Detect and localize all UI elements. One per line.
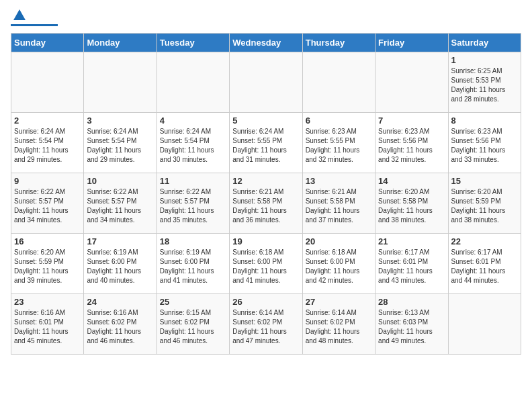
calendar-cell: 15Sunrise: 6:20 AM Sunset: 5:59 PM Dayli… <box>448 173 521 234</box>
logo-icon <box>12 8 27 23</box>
calendar-cell: 18Sunrise: 6:19 AM Sunset: 6:00 PM Dayli… <box>157 234 229 294</box>
calendar-cell: 4Sunrise: 6:24 AM Sunset: 5:54 PM Daylig… <box>157 113 229 173</box>
calendar-cell: 14Sunrise: 6:20 AM Sunset: 5:58 PM Dayli… <box>375 173 448 234</box>
day-number: 2 <box>14 116 81 126</box>
calendar-cell <box>11 52 84 113</box>
day-number: 8 <box>451 116 518 126</box>
calendar-cell: 3Sunrise: 6:24 AM Sunset: 5:54 PM Daylig… <box>84 113 157 173</box>
day-number: 24 <box>87 297 153 307</box>
header-row: SundayMondayTuesdayWednesdayThursdayFrid… <box>11 34 521 52</box>
day-number: 3 <box>87 116 153 126</box>
day-info: Sunrise: 6:21 AM Sunset: 5:58 PM Dayligh… <box>306 187 372 225</box>
week-row-2: 2Sunrise: 6:24 AM Sunset: 5:54 PM Daylig… <box>11 113 521 173</box>
calendar-cell: 16Sunrise: 6:20 AM Sunset: 5:59 PM Dayli… <box>11 234 84 294</box>
day-number: 21 <box>378 236 445 246</box>
day-info: Sunrise: 6:17 AM Sunset: 6:01 PM Dayligh… <box>378 248 445 285</box>
calendar-cell <box>302 52 375 113</box>
calendar-cell: 9Sunrise: 6:22 AM Sunset: 5:57 PM Daylig… <box>11 173 84 234</box>
day-info: Sunrise: 6:14 AM Sunset: 6:02 PM Dayligh… <box>232 308 299 346</box>
calendar-cell: 19Sunrise: 6:18 AM Sunset: 6:00 PM Dayli… <box>230 234 302 294</box>
header-day-sunday: Sunday <box>11 34 84 52</box>
day-info: Sunrise: 6:22 AM Sunset: 5:57 PM Dayligh… <box>87 187 153 225</box>
day-info: Sunrise: 6:24 AM Sunset: 5:54 PM Dayligh… <box>160 127 226 165</box>
calendar-cell <box>230 52 302 113</box>
day-info: Sunrise: 6:16 AM Sunset: 6:02 PM Dayligh… <box>87 308 153 346</box>
day-number: 15 <box>451 176 518 186</box>
day-number: 19 <box>232 236 299 246</box>
calendar-cell: 2Sunrise: 6:24 AM Sunset: 5:54 PM Daylig… <box>11 113 84 173</box>
calendar-cell: 5Sunrise: 6:24 AM Sunset: 5:55 PM Daylig… <box>230 113 302 173</box>
day-number: 27 <box>306 297 372 307</box>
day-number: 20 <box>306 236 372 246</box>
header-day-monday: Monday <box>84 34 157 52</box>
week-row-4: 16Sunrise: 6:20 AM Sunset: 5:59 PM Dayli… <box>11 234 521 294</box>
calendar-cell: 11Sunrise: 6:22 AM Sunset: 5:57 PM Dayli… <box>157 173 229 234</box>
calendar-cell: 26Sunrise: 6:14 AM Sunset: 6:02 PM Dayli… <box>230 294 302 355</box>
day-info: Sunrise: 6:20 AM Sunset: 5:58 PM Dayligh… <box>378 187 445 225</box>
day-info: Sunrise: 6:15 AM Sunset: 6:02 PM Dayligh… <box>160 308 226 346</box>
week-row-3: 9Sunrise: 6:22 AM Sunset: 5:57 PM Daylig… <box>11 173 521 234</box>
day-info: Sunrise: 6:24 AM Sunset: 5:55 PM Dayligh… <box>232 127 299 165</box>
calendar-table: SundayMondayTuesdayWednesdayThursdayFrid… <box>11 33 521 355</box>
day-info: Sunrise: 6:18 AM Sunset: 6:00 PM Dayligh… <box>306 248 372 285</box>
calendar-header: SundayMondayTuesdayWednesdayThursdayFrid… <box>11 34 521 52</box>
calendar-cell: 23Sunrise: 6:16 AM Sunset: 6:01 PM Dayli… <box>11 294 84 355</box>
day-info: Sunrise: 6:23 AM Sunset: 5:56 PM Dayligh… <box>378 127 445 165</box>
calendar-cell: 21Sunrise: 6:17 AM Sunset: 6:01 PM Dayli… <box>375 234 448 294</box>
calendar-cell: 12Sunrise: 6:21 AM Sunset: 5:58 PM Dayli… <box>230 173 302 234</box>
header-day-thursday: Thursday <box>302 34 375 52</box>
day-number: 14 <box>378 176 445 186</box>
header-day-wednesday: Wednesday <box>230 34 302 52</box>
calendar-body: 1Sunrise: 6:25 AM Sunset: 5:53 PM Daylig… <box>11 52 521 355</box>
day-info: Sunrise: 6:20 AM Sunset: 5:59 PM Dayligh… <box>451 187 518 225</box>
calendar-cell <box>157 52 229 113</box>
day-number: 18 <box>160 236 226 246</box>
calendar-cell <box>448 294 521 355</box>
day-number: 16 <box>14 236 81 246</box>
calendar-cell: 25Sunrise: 6:15 AM Sunset: 6:02 PM Dayli… <box>157 294 229 355</box>
calendar-cell: 8Sunrise: 6:23 AM Sunset: 5:56 PM Daylig… <box>448 113 521 173</box>
day-number: 28 <box>378 297 445 307</box>
day-number: 13 <box>306 176 372 186</box>
day-number: 12 <box>232 176 299 186</box>
day-number: 17 <box>87 236 153 246</box>
page-header <box>11 11 521 26</box>
day-info: Sunrise: 6:19 AM Sunset: 6:00 PM Dayligh… <box>87 248 153 285</box>
day-info: Sunrise: 6:17 AM Sunset: 6:01 PM Dayligh… <box>451 248 518 285</box>
calendar-cell <box>84 52 157 113</box>
week-row-1: 1Sunrise: 6:25 AM Sunset: 5:53 PM Daylig… <box>11 52 521 113</box>
day-info: Sunrise: 6:25 AM Sunset: 5:53 PM Dayligh… <box>451 66 518 104</box>
day-number: 11 <box>160 176 226 186</box>
calendar-cell <box>375 52 448 113</box>
day-number: 22 <box>451 236 518 246</box>
day-info: Sunrise: 6:22 AM Sunset: 5:57 PM Dayligh… <box>160 187 226 225</box>
day-number: 7 <box>378 116 445 126</box>
day-number: 23 <box>14 297 81 307</box>
day-number: 4 <box>160 116 226 126</box>
header-day-saturday: Saturday <box>448 34 521 52</box>
day-info: Sunrise: 6:23 AM Sunset: 5:56 PM Dayligh… <box>451 127 518 165</box>
day-info: Sunrise: 6:19 AM Sunset: 6:00 PM Dayligh… <box>160 248 226 285</box>
day-number: 1 <box>451 55 518 65</box>
calendar-cell: 6Sunrise: 6:23 AM Sunset: 5:55 PM Daylig… <box>302 113 375 173</box>
header-day-friday: Friday <box>375 34 448 52</box>
calendar-cell: 28Sunrise: 6:13 AM Sunset: 6:03 PM Dayli… <box>375 294 448 355</box>
day-info: Sunrise: 6:24 AM Sunset: 5:54 PM Dayligh… <box>14 127 81 165</box>
calendar-cell: 27Sunrise: 6:14 AM Sunset: 6:02 PM Dayli… <box>302 294 375 355</box>
calendar-cell: 17Sunrise: 6:19 AM Sunset: 6:00 PM Dayli… <box>84 234 157 294</box>
day-info: Sunrise: 6:16 AM Sunset: 6:01 PM Dayligh… <box>14 308 81 346</box>
day-info: Sunrise: 6:14 AM Sunset: 6:02 PM Dayligh… <box>306 308 372 346</box>
day-number: 9 <box>14 176 81 186</box>
calendar-cell: 7Sunrise: 6:23 AM Sunset: 5:56 PM Daylig… <box>375 113 448 173</box>
day-info: Sunrise: 6:23 AM Sunset: 5:55 PM Dayligh… <box>306 127 372 165</box>
day-info: Sunrise: 6:18 AM Sunset: 6:00 PM Dayligh… <box>232 248 299 285</box>
header-day-tuesday: Tuesday <box>157 34 229 52</box>
calendar-cell: 13Sunrise: 6:21 AM Sunset: 5:58 PM Dayli… <box>302 173 375 234</box>
logo <box>11 11 58 26</box>
calendar-cell: 1Sunrise: 6:25 AM Sunset: 5:53 PM Daylig… <box>448 52 521 113</box>
calendar-cell: 20Sunrise: 6:18 AM Sunset: 6:00 PM Dayli… <box>302 234 375 294</box>
day-info: Sunrise: 6:20 AM Sunset: 5:59 PM Dayligh… <box>14 248 81 285</box>
day-number: 10 <box>87 176 153 186</box>
calendar-cell: 10Sunrise: 6:22 AM Sunset: 5:57 PM Dayli… <box>84 173 157 234</box>
day-info: Sunrise: 6:24 AM Sunset: 5:54 PM Dayligh… <box>87 127 153 165</box>
